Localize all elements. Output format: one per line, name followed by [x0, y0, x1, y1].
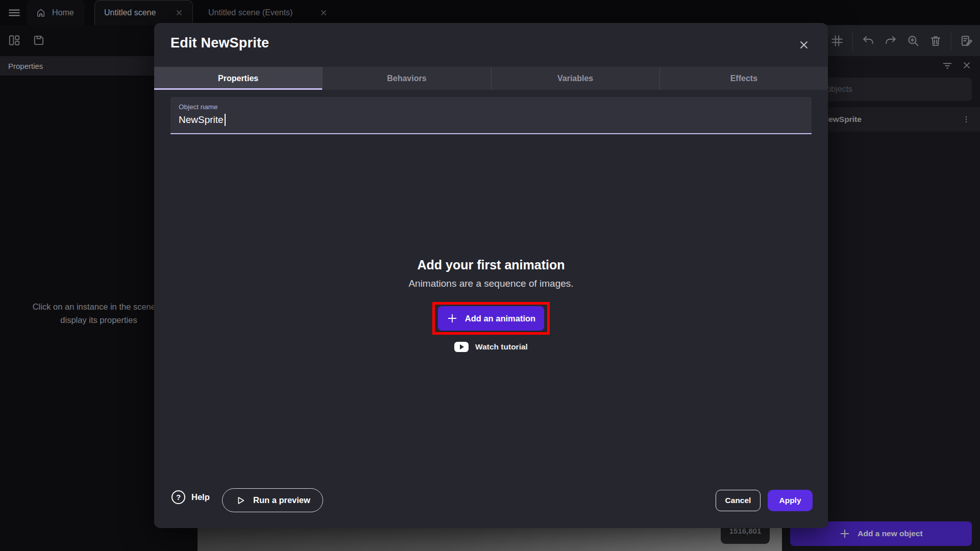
tab-effects[interactable]: Effects — [660, 67, 828, 90]
cancel-button[interactable]: Cancel — [716, 490, 761, 511]
add-animation-label: Add an animation — [465, 314, 535, 323]
dialog-close-button[interactable] — [796, 37, 812, 53]
watch-tutorial-button[interactable]: Watch tutorial — [154, 342, 828, 352]
object-name-field-value: NewSprite — [179, 114, 226, 126]
tab-variables[interactable]: Variables — [492, 67, 660, 90]
empty-state-title: Add your first animation — [154, 258, 828, 272]
plus-icon — [447, 313, 458, 324]
dialog-title: Edit NewSprite — [170, 35, 269, 51]
dialog-footer: ? Help Run a preview Cancel Apply — [154, 488, 828, 515]
play-icon — [235, 495, 246, 506]
help-button[interactable]: ? Help — [172, 490, 210, 504]
tab-behaviors[interactable]: Behaviors — [323, 67, 491, 90]
object-name-field-label: Object name — [179, 103, 218, 111]
run-preview-button[interactable]: Run a preview — [222, 488, 323, 512]
text-caret — [225, 114, 226, 126]
tab-properties[interactable]: Properties — [154, 67, 323, 90]
edit-object-dialog: Edit NewSprite Properties Behaviors Vari… — [154, 23, 828, 528]
apply-button[interactable]: Apply — [768, 490, 813, 511]
gdevelop-editor: Home Untitled scene Untitled scene (Even… — [0, 0, 980, 551]
watch-tutorial-label: Watch tutorial — [475, 342, 528, 352]
close-icon — [798, 39, 810, 51]
youtube-icon — [454, 342, 469, 352]
dialog-tabs: Properties Behaviors Variables Effects — [154, 67, 828, 90]
object-name-field[interactable]: Object name NewSprite — [170, 97, 812, 134]
add-animation-button[interactable]: Add an animation — [438, 306, 544, 331]
help-icon: ? — [172, 490, 185, 504]
run-preview-label: Run a preview — [253, 495, 310, 505]
highlight-box: Add an animation — [432, 302, 550, 335]
help-label: Help — [191, 492, 210, 502]
empty-state-subtitle: Animations are a sequence of images. — [154, 278, 828, 289]
